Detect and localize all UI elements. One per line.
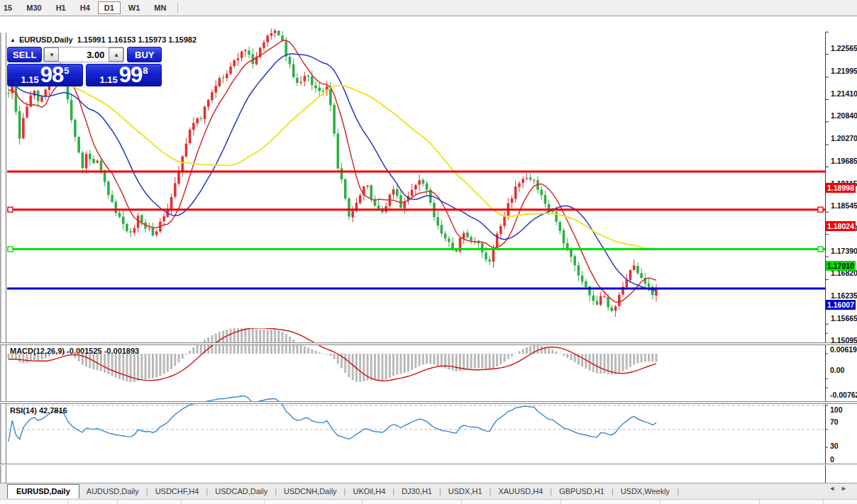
- sell-price-prefix: 1.15: [21, 74, 38, 85]
- tab-usdx-weekly[interactable]: USDX,Weekly: [614, 487, 677, 495]
- bottom-strip-divider: [560, 500, 561, 504]
- tab-usdcad-daily[interactable]: USDCAD,Daily: [208, 487, 275, 495]
- mt4-window: 15M30H1H4D1W1MN ▲EURUSD,Daily 1.15991 1.…: [0, 0, 857, 504]
- date-axis-separator: [0, 464, 857, 465]
- tab-gbpusd-h1[interactable]: GBPUSD,H1: [552, 487, 612, 495]
- rsi-axis-tick: 0: [830, 455, 834, 464]
- chart-title-symbol: EURUSD,Daily: [19, 35, 73, 44]
- buy-button[interactable]: BUY: [127, 47, 162, 62]
- timeframe-button-h1[interactable]: H1: [50, 1, 72, 14]
- macd-axis-tick: 0.006193: [830, 345, 857, 354]
- rsi-axis-tick: 70: [830, 418, 839, 426]
- tab-audusd-daily[interactable]: AUDUSD,Daily: [79, 487, 146, 495]
- bottom-strip-divider: [759, 500, 760, 504]
- volume-increase-icon[interactable]: ▲: [109, 47, 123, 62]
- timeframe-toolbar: 15M30H1H4D1W1MN: [0, 0, 857, 16]
- tab-dj30-h1[interactable]: DJ30,H1: [394, 487, 439, 495]
- tab-scroll-right-icon[interactable]: ►: [841, 485, 853, 492]
- panel-splitter-macd[interactable]: [0, 342, 857, 345]
- price-axis-tick: 1.16235: [831, 291, 856, 300]
- bottom-strip-divider: [264, 500, 265, 504]
- price-axis-tick: 1.15665: [831, 314, 856, 323]
- hline-1.17010[interactable]: [7, 247, 825, 252]
- tab-usdchf-h4[interactable]: USDCHF,H4: [148, 487, 206, 495]
- macd-label: MACD(12,26,9) -0.001525 -0.001893: [10, 347, 139, 355]
- tab-scroll-left-icon[interactable]: ◄: [829, 485, 841, 492]
- timeframe-button-mn[interactable]: MN: [148, 1, 172, 14]
- chart-plot-area[interactable]: [0, 16, 857, 504]
- bottom-strip: [0, 499, 857, 504]
- timeframe-button-15[interactable]: 15: [0, 1, 18, 14]
- bottom-strip-divider: [362, 500, 363, 504]
- buy-price-pip: 8: [143, 65, 148, 76]
- price-axis-tick: 1.17390: [831, 247, 856, 255]
- sell-price-main: 98: [40, 65, 63, 85]
- bottom-strip-divider: [117, 500, 118, 504]
- price-axis-tick: 1.19685: [831, 157, 856, 165]
- hline-handle[interactable]: [818, 207, 823, 212]
- volume-control: ▼ ▲: [43, 47, 124, 62]
- price-axis-tick: 1.15095: [831, 336, 856, 345]
- toolbar-separator: [177, 3, 178, 13]
- price-level-label: 1.18024: [826, 221, 856, 231]
- price-axis-tick: 1.22565: [831, 44, 856, 52]
- tab-xauusd-h4[interactable]: XAUUSD,H4: [491, 487, 550, 495]
- rsi-axis-tick: 100: [830, 405, 843, 414]
- symbol-marker-icon: ▲: [10, 37, 16, 43]
- hline-handle[interactable]: [818, 247, 823, 252]
- price-level-label: 1.17010: [826, 261, 856, 271]
- tab-usdcnh-daily[interactable]: USDCNH,Daily: [277, 487, 344, 495]
- bottom-strip-divider: [823, 500, 824, 504]
- price-axis-tick: 1.18545: [831, 201, 856, 210]
- timeframe-button-w1[interactable]: W1: [122, 1, 147, 14]
- buy-price-box[interactable]: 1.15 99 8: [86, 64, 162, 86]
- volume-decrease-icon[interactable]: ▼: [44, 47, 59, 62]
- macd-axis-tick: -0.00762: [830, 391, 857, 399]
- price-axis-tick: 1.20270: [831, 134, 856, 142]
- macd-axis-tick: 0.00: [830, 366, 844, 374]
- price-level-label: 1.16007: [826, 300, 856, 310]
- tab-ukoil-h4[interactable]: UKOil,H4: [345, 487, 392, 495]
- panel-splitter-rsi[interactable]: [0, 401, 857, 404]
- volume-input[interactable]: [59, 47, 109, 62]
- buy-price-prefix: 1.15: [99, 74, 117, 85]
- timeframe-button-d1[interactable]: D1: [98, 1, 121, 14]
- trade-controls-row: SELL ▼ ▲ BUY: [7, 47, 162, 62]
- bottom-strip-divider: [461, 500, 462, 504]
- price-axis-tick: 1.21410: [831, 89, 856, 98]
- one-click-trading-panel: SELL ▼ ▲ BUY 1.15 98 5 1.15 99 8: [7, 47, 162, 86]
- rsi-label: RSI(14) 42.7816: [10, 406, 67, 415]
- window-frame-inner: [6, 33, 6, 498]
- tab-scroll-arrows: ◄►: [829, 485, 853, 492]
- price-level-label: 1.18998: [826, 183, 856, 193]
- window-frame-outer: [0, 33, 1, 498]
- bottom-strip-divider: [660, 500, 660, 504]
- timeframe-button-m30[interactable]: M30: [20, 1, 48, 14]
- sell-price-pip: 5: [64, 65, 69, 76]
- hline-handle[interactable]: [8, 247, 13, 252]
- price-axis-tick: 1.20840: [831, 111, 856, 120]
- sell-price-box[interactable]: 1.15 98 5: [7, 64, 83, 86]
- tab-separator: |: [677, 487, 679, 495]
- price-axis-tick: 1.21995: [831, 67, 856, 75]
- timeframe-button-h4[interactable]: H4: [74, 1, 96, 14]
- sell-button[interactable]: SELL: [7, 47, 42, 62]
- buy-price-main: 99: [119, 65, 142, 85]
- trade-prices-row: 1.15 98 5 1.15 99 8: [7, 64, 162, 86]
- rsi-axis-tick: 30: [830, 442, 839, 450]
- chart-region: ▲EURUSD,Daily 1.15991 1.16153 1.15973 1.…: [0, 16, 857, 504]
- tab-eurusd-daily[interactable]: EURUSD,Daily: [7, 484, 79, 498]
- chart-tab-bar: EURUSD,DailyAUDUSD,Daily|USDCHF,H4|USDCA…: [0, 483, 857, 499]
- chart-title: ▲EURUSD,Daily 1.15991 1.16153 1.15973 1.…: [10, 35, 197, 44]
- hline-handle[interactable]: [8, 207, 13, 212]
- chart-title-ohlc: 1.15991 1.16153 1.15973 1.15982: [77, 35, 197, 44]
- bottom-strip-divider: [67, 500, 68, 504]
- tab-usdx-h1[interactable]: USDX,H1: [441, 487, 490, 495]
- bottom-strip-divider: [181, 500, 182, 504]
